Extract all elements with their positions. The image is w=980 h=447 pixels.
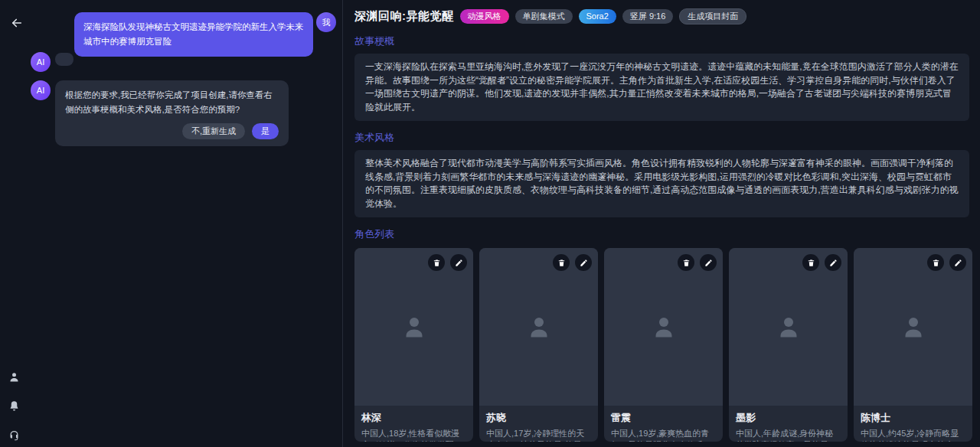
generate-cover-button[interactable]: 生成项目封面 [679, 8, 746, 24]
character-description: 中国人,年龄成谜,身份神秘的学院高级教官。异能是操控阴影与进行短距... [736, 428, 841, 442]
support-headset-icon[interactable] [8, 429, 20, 441]
person-silhouette-icon [650, 313, 678, 341]
art-style-section-heading: 美术风格 [354, 131, 969, 145]
character-name: 雷震 [611, 411, 716, 425]
character-meta: 陈博士 中国人,约45岁,冷静而略显偏执的遗迹能量研究首席科学家。他是深海探..… [854, 406, 972, 442]
delete-character-button[interactable] [927, 254, 944, 271]
trash-icon [557, 259, 566, 267]
characters-section-heading: 角色列表 [354, 227, 969, 241]
project-panel: 深渊回响:异能觉醒 动漫风格 单剧集模式 Sora2 竖屏 9:16 生成项目封… [342, 0, 980, 447]
aspect-ratio-badge: 竖屏 9:16 [622, 9, 673, 24]
edit-character-button[interactable] [575, 254, 592, 271]
character-description: 中国人,约45岁,冷静而略显偏执的遗迹能量研究首席科学家。他是深海探... [861, 428, 965, 442]
character-name: 林深 [361, 411, 466, 425]
character-meta: 苏晓 中国人,17岁,冷静理性的天才少女。她的异能是“能量构型”,能将无形的能.… [479, 406, 598, 442]
pencil-icon [580, 259, 588, 267]
character-description: 中国人,17岁,冷静理性的天才少女。她的异能是“能量构型”,能将无形的能... [486, 428, 591, 442]
ai-message-text: 根据您的要求,我已经帮你完成了项目创建,请你查看右侧的故事梗概和美术风格,是否符… [65, 90, 273, 114]
ai-message-actions: 不,重新生成 是 [65, 123, 279, 139]
story-synopsis-box: 一支深海探险队在探索马里亚纳海沟时,意外发现了一座沉没万年的神秘古文明遗迹。遗迹… [354, 54, 969, 121]
character-name: 陈博士 [861, 411, 965, 425]
character-meta: 林深 中国人,18岁,性格看似散漫实则敏锐。作为首批觉醒者之一,他的异能... [354, 406, 473, 442]
chat-panel: 深海探险队发现神秘古文明遗迹异能学院的新生入学未来城市中的赛博朋克冒险 我 AI… [0, 0, 342, 447]
character-description: 中国人,18岁,性格看似散漫实则敏锐。作为首批觉醒者之一,他的异能... [361, 428, 466, 442]
character-card: 陈博士 中国人,约45岁,冷静而略显偏执的遗迹能量研究首席科学家。他是深海探..… [854, 248, 972, 442]
edit-character-button[interactable] [700, 254, 717, 271]
delete-character-button[interactable] [678, 254, 694, 271]
person-silhouette-icon [525, 313, 553, 341]
person-silhouette-icon [900, 313, 927, 341]
edit-character-button[interactable] [450, 254, 467, 271]
user-message-bubble: 深海探险队发现神秘古文明遗迹异能学院的新生入学未来城市中的赛博朋克冒险 [74, 12, 313, 57]
regenerate-button[interactable]: 不,重新生成 [182, 123, 245, 139]
arrow-left-icon [10, 16, 24, 30]
character-name: 苏晓 [486, 411, 591, 425]
user-avatar: 我 [316, 12, 336, 32]
character-meta: 墨影 中国人,年龄成谜,身份神秘的学院高级教官。异能是操控阴影与进行短距... [729, 406, 848, 442]
character-card: 林深 中国人,18岁,性格看似散漫实则敏锐。作为首批觉醒者之一,他的异能... [354, 248, 473, 442]
trash-icon [807, 259, 815, 267]
ai-empty-bubble [55, 53, 74, 66]
character-image-placeholder [354, 248, 473, 406]
character-meta: 雷震 中国人,19岁,豪爽热血的青年。异能是强化自身体质与力量的“钢铁之躯”。.… [604, 406, 723, 442]
person-silhouette-icon [400, 313, 428, 341]
character-card-actions [553, 254, 592, 271]
character-card: 雷震 中国人,19岁,豪爽热血的青年。异能是强化自身体质与力量的“钢铁之躯”。.… [604, 248, 723, 442]
profile-icon[interactable] [8, 370, 20, 383]
story-section-heading: 故事梗概 [354, 34, 969, 48]
character-image-placeholder [604, 248, 723, 406]
edit-character-button[interactable] [949, 254, 966, 271]
pencil-icon [829, 259, 838, 267]
project-title: 深渊回响:异能觉醒 [354, 9, 454, 24]
edit-character-button[interactable] [825, 254, 841, 271]
model-badge: Sora2 [579, 9, 616, 24]
pencil-icon [954, 259, 962, 267]
sidebar-bottom-icons [8, 370, 20, 441]
character-card: 苏晓 中国人,17岁,冷静理性的天才少女。她的异能是“能量构型”,能将无形的能.… [479, 248, 598, 442]
character-card-actions [678, 254, 717, 271]
character-cards-row: 林深 中国人,18岁,性格看似散漫实则敏锐。作为首批觉醒者之一,他的异能... [354, 248, 969, 442]
character-description: 中国人,19岁,豪爽热血的青年。异能是强化自身体质与力量的“钢铁之躯”。... [611, 428, 716, 442]
delete-character-button[interactable] [553, 254, 570, 271]
character-image-placeholder [479, 248, 598, 406]
trash-icon [682, 259, 691, 267]
character-card: 墨影 中国人,年龄成谜,身份神秘的学院高级教官。异能是操控阴影与进行短距... [729, 248, 848, 442]
character-image-placeholder [854, 248, 972, 406]
ai-avatar: AI [31, 80, 51, 100]
ai-message-bubble: 根据您的要求,我已经帮你完成了项目创建,请你查看右侧的故事梗概和美术风格,是否符… [55, 80, 289, 146]
back-button[interactable] [8, 14, 26, 32]
notifications-bell-icon[interactable] [8, 400, 20, 412]
character-image-placeholder [729, 248, 848, 406]
confirm-button[interactable]: 是 [252, 123, 279, 139]
trash-icon [932, 259, 940, 267]
character-name: 墨影 [736, 411, 841, 425]
ai-typing-row: AI [31, 52, 74, 72]
delete-character-button[interactable] [428, 254, 445, 271]
ai-message-row: AI 根据您的要求,我已经帮你完成了项目创建,请你查看右侧的故事梗概和美术风格,… [31, 80, 289, 146]
style-badge: 动漫风格 [460, 9, 509, 24]
project-header: 深渊回响:异能觉醒 动漫风格 单剧集模式 Sora2 竖屏 9:16 生成项目封… [354, 8, 969, 24]
ai-avatar: AI [31, 52, 51, 72]
pencil-icon [704, 259, 713, 267]
character-card-actions [802, 254, 841, 271]
episode-mode-badge: 单剧集模式 [515, 9, 573, 24]
delete-character-button[interactable] [802, 254, 819, 271]
pencil-icon [455, 259, 463, 267]
art-style-box: 整体美术风格融合了现代都市动漫美学与高阶韩系写实插画风格。角色设计拥有精致锐利的… [354, 150, 969, 217]
user-message-row: 深海探险队发现神秘古文明遗迹异能学院的新生入学未来城市中的赛博朋克冒险 我 [74, 12, 336, 57]
character-card-actions [428, 254, 467, 271]
person-silhouette-icon [775, 313, 802, 341]
character-card-actions [927, 254, 966, 271]
trash-icon [433, 259, 441, 267]
